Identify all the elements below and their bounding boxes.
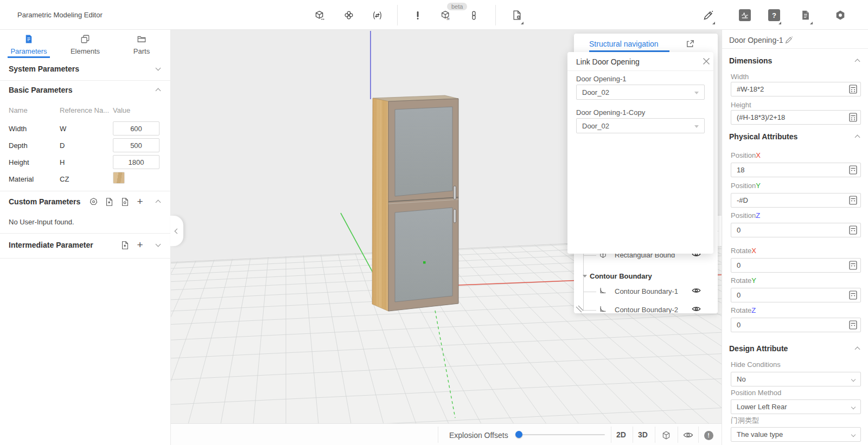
help-icon[interactable]: ? — [768, 9, 780, 21]
divider — [655, 427, 655, 443]
hide-conditions-select[interactable]: No — [731, 372, 861, 386]
calculator-icon[interactable] — [849, 225, 857, 235]
parts-icon — [114, 33, 169, 45]
divider — [567, 70, 713, 71]
active-tab-indicator — [8, 56, 50, 58]
explosion-offsets-slider[interactable] — [516, 434, 605, 435]
modal-title: Link Door Opening — [576, 57, 640, 66]
edit-pencil-icon[interactable] — [702, 9, 714, 21]
view-2d-button[interactable]: 2D — [616, 430, 626, 439]
pattern-icon[interactable] — [343, 9, 355, 21]
rename-pencil-icon[interactable] — [784, 36, 793, 44]
file-circle-icon[interactable] — [119, 196, 130, 207]
position-method-select[interactable]: Lower Left Rear — [731, 399, 861, 414]
depth-value-input[interactable] — [113, 138, 159, 152]
eye-icon[interactable] — [682, 429, 694, 441]
axis-letter: Y — [751, 276, 756, 285]
resize-grip[interactable] — [575, 305, 584, 313]
height-formula-input[interactable] — [731, 110, 861, 125]
link-icon[interactable] — [468, 9, 480, 21]
position-y-input[interactable] — [731, 193, 861, 208]
height-value-input[interactable] — [113, 155, 159, 169]
document-icon[interactable] — [800, 9, 812, 21]
toolbar-divider — [397, 5, 398, 25]
activity-icon[interactable] — [739, 9, 751, 21]
elements-icon — [58, 33, 112, 45]
chevron-up-icon[interactable] — [855, 347, 860, 352]
caret-down-icon — [694, 92, 699, 94]
calculator-icon[interactable] — [849, 165, 857, 175]
viewport-bottom-bar: Explosion Offsets 2D 3D ! — [171, 423, 722, 445]
divider — [0, 80, 171, 81]
tree-item-contour-boundary-2[interactable]: Contour Boundary-2 — [574, 303, 718, 313]
chevron-down-icon — [851, 405, 856, 409]
view-3d-button[interactable]: 3D — [638, 430, 648, 439]
nut-outline-icon[interactable] — [88, 196, 99, 207]
explosion-offsets-label: Explosion Offsets — [449, 431, 508, 440]
calculator-icon[interactable] — [849, 113, 857, 122]
tree-group-contour-boundary[interactable]: Contour Boundary — [574, 270, 718, 284]
tree-item-contour-boundary-1[interactable]: Contour Boundary-1 — [574, 285, 718, 299]
settings-nut-icon[interactable] — [834, 9, 846, 21]
chevron-up-icon — [156, 88, 161, 94]
document-settings-icon[interactable] — [511, 9, 523, 21]
calculator-icon[interactable] — [849, 261, 857, 270]
pin-icon[interactable] — [412, 9, 424, 21]
divider — [633, 427, 633, 443]
door-opening-1-copy-select[interactable]: Door_02 — [576, 118, 705, 133]
collapse-left-panel-button[interactable] — [170, 216, 183, 246]
material-swatch[interactable] — [113, 172, 125, 184]
swap-icon[interactable] — [371, 9, 383, 21]
file-star-icon[interactable] — [119, 240, 130, 250]
chevron-down-icon[interactable] — [156, 242, 161, 247]
cube-icon[interactable] — [660, 429, 672, 441]
column-header-reference: Reference Na... — [60, 106, 109, 114]
width-formula-input[interactable] — [731, 82, 861, 96]
tab-parameters[interactable]: Parameters — [2, 33, 56, 55]
position-x-input[interactable] — [731, 163, 861, 177]
divider — [0, 258, 171, 259]
close-icon[interactable] — [702, 57, 711, 66]
calculator-icon[interactable] — [849, 291, 857, 300]
dropdown-caret — [712, 22, 715, 24]
chevron-up-icon[interactable] — [855, 135, 860, 140]
add-parameter-button[interactable]: + — [135, 240, 145, 250]
door-opening-1-select[interactable]: Door_02 — [576, 85, 705, 100]
formula-cube-icon[interactable]: fx — [440, 9, 452, 21]
open-in-window-icon[interactable] — [686, 39, 695, 50]
tab-parts[interactable]: Parts — [114, 33, 169, 55]
caret-down-icon — [583, 275, 587, 278]
chevron-up-icon[interactable] — [156, 200, 161, 205]
rotate-z-input[interactable] — [731, 318, 861, 332]
rotate-y-input[interactable] — [731, 288, 861, 302]
chevron-down-icon — [851, 433, 856, 437]
position-z-input[interactable] — [731, 223, 861, 237]
slider-knob[interactable] — [515, 431, 522, 438]
eye-icon[interactable] — [692, 306, 701, 313]
rotate-x-input[interactable] — [731, 258, 861, 273]
calculator-icon[interactable] — [849, 85, 857, 94]
chevron-down-icon — [156, 66, 161, 71]
chevron-up-icon[interactable] — [855, 59, 860, 65]
eye-icon[interactable] — [692, 287, 701, 295]
calculator-icon[interactable] — [849, 196, 857, 205]
divider — [0, 233, 171, 234]
axis-letter: Y — [756, 182, 761, 190]
add-parameter-button[interactable]: + — [135, 196, 145, 207]
tab-elements[interactable]: Elements — [58, 33, 112, 55]
file-star-icon[interactable] — [104, 196, 114, 207]
dimensions-section-title: Dimensions — [729, 56, 772, 65]
calculator-icon[interactable] — [849, 320, 857, 330]
door-opening-type-select[interactable]: The value type — [731, 427, 861, 442]
parameters-icon — [2, 33, 56, 45]
structural-navigation-tab[interactable]: Structural navigation — [589, 40, 659, 48]
divider — [611, 427, 611, 443]
beta-badge: beta — [447, 3, 467, 10]
svg-text:fx: fx — [446, 16, 450, 20]
divider — [438, 427, 438, 443]
component-cube-icon[interactable] — [314, 9, 326, 21]
caret-down-icon — [694, 125, 699, 128]
toolbar-divider — [495, 5, 496, 25]
warning-icon[interactable]: ! — [703, 429, 714, 441]
width-value-input[interactable] — [113, 121, 159, 136]
